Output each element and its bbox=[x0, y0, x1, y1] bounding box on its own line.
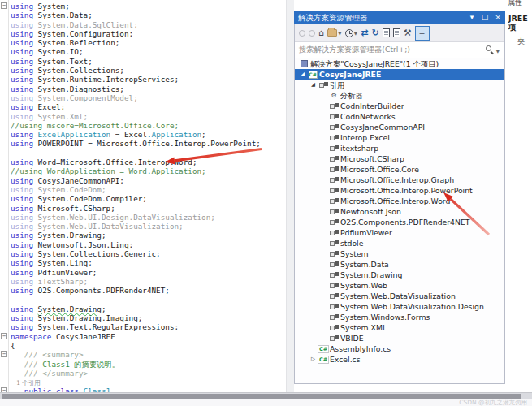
tree-item-system-web-datavisualization[interactable]: System.Web.DataVisualization bbox=[295, 291, 504, 301]
close-icon[interactable]: × bbox=[493, 11, 503, 24]
search-icon[interactable] bbox=[486, 45, 491, 51]
code-line[interactable]: using System.ComponentModel; bbox=[0, 93, 286, 102]
tree-item-system-xml[interactable]: System.XML bbox=[295, 322, 504, 333]
tree-item-microsoft-office-interop-powerpoint[interactable]: Microsoft.Office.Interop.PowerPoint bbox=[295, 185, 504, 196]
tree-item-cosysjanecommonapi[interactable]: CosysJaneCommonAPI bbox=[295, 122, 504, 132]
code-line[interactable]: //using WordApplication = Word.Applicati… bbox=[0, 166, 286, 175]
code-line[interactable]: using System.Reflection; bbox=[0, 38, 286, 47]
tree-item-stdole[interactable]: stdole bbox=[295, 238, 504, 248]
tree-item-microsoft-office-core[interactable]: Microsoft.Office.Core bbox=[295, 164, 504, 175]
tree-item-itextsharp[interactable]: itextsharp bbox=[295, 143, 504, 153]
collapse-all-icon[interactable] bbox=[383, 27, 390, 40]
preview-selected-items-icon[interactable]: ‒ bbox=[415, 26, 430, 41]
code-editor[interactable]: −using System;using System.Data;using Sy… bbox=[0, 0, 286, 392]
code-line[interactable]: 1 个引用 bbox=[0, 378, 286, 387]
tree-item-system[interactable]: System bbox=[295, 248, 504, 259]
code-line[interactable]: //using mscore=Microsoft.Office.Core; bbox=[0, 121, 286, 130]
fold-collapse-icon[interactable]: − bbox=[1, 351, 7, 357]
code-line[interactable]: using PdfiumViewer; bbox=[0, 268, 286, 277]
tree-item-system-data[interactable]: System.Data bbox=[295, 259, 504, 270]
tree-item-codninterbuilder[interactable]: CodnInterBuilder bbox=[295, 101, 504, 111]
code-line[interactable]: using System.Configuration; bbox=[0, 29, 286, 38]
code-line[interactable]: using System.Collections; bbox=[0, 66, 286, 75]
tree-item-microsoft-office-interop-graph[interactable]: Microsoft.Office.Interop.Graph bbox=[295, 175, 504, 185]
tree-item-assemblyinfo-cs[interactable]: C#AssemblyInfo.cs bbox=[295, 343, 504, 354]
code-line[interactable]: using System.Data.SqlClient; bbox=[0, 20, 286, 29]
tree-item-codnnetworks[interactable]: CodnNetworks bbox=[295, 111, 504, 122]
code-line[interactable]: using System.CodeDom.Compiler; bbox=[0, 194, 286, 203]
code-line[interactable]: { bbox=[0, 341, 286, 350]
open-folder-icon[interactable]: ▼ bbox=[327, 27, 342, 40]
code-line[interactable]: −using System; bbox=[0, 2, 286, 11]
code-line[interactable]: using System.IO; bbox=[0, 47, 286, 56]
horizontal-scrollbar[interactable] bbox=[0, 392, 532, 399]
tree-item-excel-cs[interactable]: ▷C#Excel.cs bbox=[295, 354, 504, 365]
fold-collapse-icon[interactable]: − bbox=[1, 333, 7, 339]
code-line[interactable]: using Excel; bbox=[0, 102, 286, 111]
code-line[interactable]: using System.Linq; bbox=[0, 258, 286, 267]
tree-item-system-drawing[interactable]: System.Drawing bbox=[295, 270, 504, 280]
code-line[interactable]: using System.Text.RegularExpressions; bbox=[0, 322, 286, 331]
code-line[interactable]: using iTextSharp; bbox=[0, 277, 286, 286]
tree-item-system-web-datavisualization-design[interactable]: System.Web.DataVisualization.Design bbox=[295, 301, 504, 312]
code-line[interactable]: using System.Text; bbox=[0, 57, 286, 66]
code-line[interactable]: using System.Runtime.InteropServices; bbox=[0, 75, 286, 84]
tree-item-microsoft-csharp[interactable]: Microsoft.CSharp bbox=[295, 153, 504, 164]
editor-scroll-gutter[interactable] bbox=[286, 0, 294, 392]
code-line[interactable]: −namespace CosysJaneJREE bbox=[0, 332, 286, 341]
analyzer-icon: ⚙ bbox=[328, 93, 340, 99]
solution-search-box[interactable]: 搜索解决方案资源管理器(Ctrl+;) ▼ bbox=[295, 42, 504, 58]
tree-item-label: System.Data bbox=[340, 259, 389, 270]
properties-icon[interactable]: ⚒ bbox=[404, 27, 412, 40]
code-line[interactable]: using System.Collections.Generic; bbox=[0, 249, 286, 258]
collapse-caret-icon[interactable]: ◢ bbox=[309, 80, 318, 90]
tree-item--cosysjanejree-1-[interactable]: 解决方案"CosysJaneJREE"(1 个项目) bbox=[295, 58, 504, 69]
forward-icon[interactable] bbox=[309, 27, 315, 40]
code-line[interactable]: using ExcelApplication = Excel.Applicati… bbox=[0, 130, 286, 139]
code-line[interactable]: using POWERPOINT = Microsoft.Office.Inte… bbox=[0, 139, 286, 148]
search-dropdown-icon[interactable]: ▼ bbox=[495, 48, 500, 54]
code-line[interactable]: using O2S.Components.PDFRender4NET; bbox=[0, 286, 286, 295]
code-line[interactable]: using Newtonsoft.Json.Linq; bbox=[0, 240, 286, 249]
tree-item-cosysjanejree[interactable]: ◢C#CosysJaneJREE bbox=[295, 69, 504, 80]
code-line[interactable]: using System.CodeDom; bbox=[0, 185, 286, 194]
code-line[interactable]: using System.Data; bbox=[0, 11, 286, 19]
code-line[interactable]: using System.Web.UI.Design.DataVisualiza… bbox=[0, 213, 286, 222]
tree-item--[interactable]: ⚙分析器 bbox=[295, 90, 504, 101]
code-line[interactable]: using System.Drawing.Imaging; bbox=[0, 313, 286, 322]
code-line[interactable] bbox=[0, 296, 286, 304]
code-line[interactable]: using CosysJaneCommonAPI; bbox=[0, 176, 286, 185]
back-icon[interactable] bbox=[299, 27, 305, 40]
code-line[interactable]: using Microsoft.CSharp; bbox=[0, 204, 286, 213]
code-line[interactable]: using System.Drawing; bbox=[0, 304, 286, 313]
code-line[interactable] bbox=[0, 149, 286, 158]
tree-item-vbide[interactable]: VBIDE bbox=[295, 333, 504, 343]
maximize-icon[interactable]: □ bbox=[480, 11, 490, 24]
code-line[interactable]: /// </summary> bbox=[0, 369, 286, 378]
tree-item-system-windows-forms[interactable]: System.Windows.Forms bbox=[295, 312, 504, 322]
code-line[interactable]: using System.Diagnostics; bbox=[0, 84, 286, 93]
code-line[interactable]: using Word=Microsoft.Office.Interop.Word… bbox=[0, 158, 286, 166]
fold-collapse-icon[interactable]: − bbox=[1, 2, 7, 9]
window-position-icon[interactable]: ▾ bbox=[467, 11, 477, 24]
show-all-files-icon[interactable] bbox=[393, 27, 400, 40]
tree-item-o2s-components-pdfrender4net[interactable]: O2S.Components.PDFRender4NET bbox=[295, 217, 504, 227]
code-line[interactable]: /// Class1 的摘要说明。 bbox=[0, 360, 286, 369]
collapse-caret-icon[interactable]: ◢ bbox=[298, 69, 307, 80]
tree-item-pdfiumviewer[interactable]: PdfiumViewer bbox=[295, 227, 504, 238]
solution-explorer-titlebar[interactable]: 解决方案资源管理器 ▾ □ × bbox=[294, 11, 505, 24]
code-line[interactable]: using System.Xml; bbox=[0, 112, 286, 121]
tree-item-newtonsoft-json[interactable]: Newtonsoft.Json bbox=[295, 206, 504, 217]
code-line[interactable]: using System.Drawing; bbox=[0, 231, 286, 240]
refresh-icon[interactable]: ↻ bbox=[371, 27, 378, 40]
home-icon[interactable]: ⌂ bbox=[318, 27, 324, 40]
expand-caret-icon[interactable]: ▷ bbox=[309, 354, 318, 365]
tree-item-interop-excel[interactable]: Interop.Excel bbox=[295, 132, 504, 143]
sync-with-active-document-icon[interactable]: ⇄ bbox=[361, 27, 368, 40]
code-line[interactable]: using System.Web.UI.DataVisualization; bbox=[0, 222, 286, 231]
tree-item--[interactable]: ◢引用 bbox=[295, 80, 504, 90]
pending-changes-icon[interactable]: ▼ bbox=[345, 27, 358, 40]
code-line[interactable]: − /// <summary> bbox=[0, 350, 286, 359]
tree-item-system-web[interactable]: System.Web bbox=[295, 280, 504, 291]
tree-item-microsoft-office-interop-word[interactable]: Microsoft.Office.Interop.Word bbox=[295, 196, 504, 206]
